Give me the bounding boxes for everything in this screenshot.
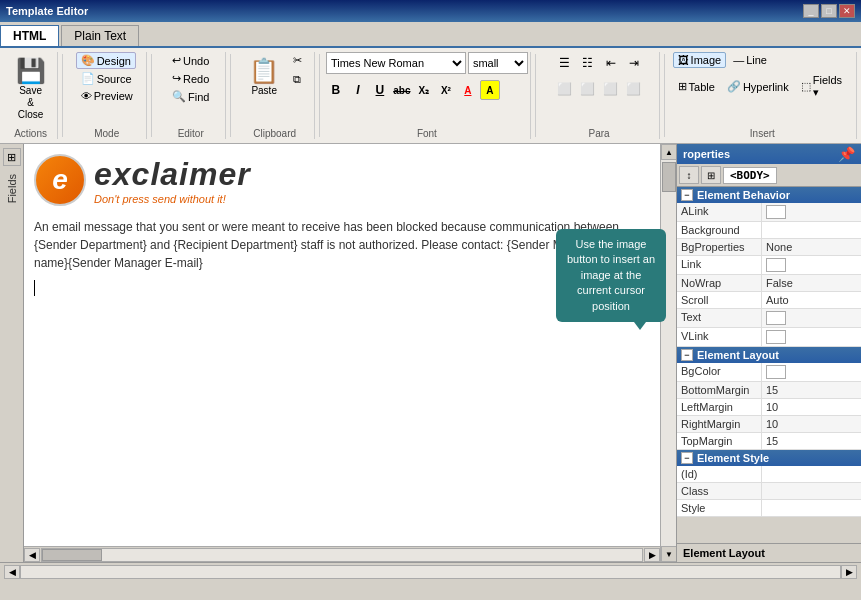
- paste-button[interactable]: 📋 Paste: [242, 52, 286, 101]
- clipboard-label: Clipboard: [253, 128, 296, 139]
- properties-pin-button[interactable]: 📌: [838, 146, 855, 162]
- undo-button[interactable]: ↩ Undo: [167, 52, 214, 69]
- fields-button[interactable]: ⬚ Fields ▾: [796, 72, 852, 101]
- title-bar-buttons: _ □ ✕: [803, 4, 855, 18]
- ribbon-group-para: ☰ ☷ ⇤ ⇥ ⬜ ⬜ ⬜ ⬜ Para: [540, 52, 660, 139]
- minimize-button[interactable]: _: [803, 4, 819, 18]
- tooltip-bubble: Use the image button to insert an image …: [556, 229, 666, 322]
- ribbon: 💾 Save &Close Actions 🎨 Design 📄 Source …: [0, 48, 861, 144]
- background-label: Background: [677, 222, 762, 238]
- align-right-button[interactable]: ⬜: [600, 78, 622, 100]
- redo-button[interactable]: ↪ Redo: [167, 70, 214, 87]
- superscript-button[interactable]: X²: [436, 80, 456, 100]
- font-color-button[interactable]: A: [458, 80, 478, 100]
- title-bar: Template Editor _ □ ✕: [0, 0, 861, 22]
- h-scroll-thumb[interactable]: [42, 549, 102, 561]
- behavior-toggle[interactable]: −: [681, 189, 693, 201]
- insert-label: Insert: [750, 128, 775, 139]
- ribbon-group-clipboard: 📋 Paste ✂ ⧉ Clipboard: [235, 52, 315, 139]
- subscript-button[interactable]: X₂: [414, 80, 434, 100]
- undo-icon: ↩: [172, 54, 181, 67]
- h-scrollbar: ◀ ▶: [24, 546, 660, 562]
- list-ordered-button[interactable]: ☷: [577, 52, 599, 74]
- scroll-right-button[interactable]: ▶: [644, 548, 660, 562]
- outdent-button[interactable]: ⇤: [600, 52, 622, 74]
- line-icon: —: [733, 54, 744, 66]
- design-button[interactable]: 🎨 Design: [76, 52, 136, 69]
- bold-button[interactable]: B: [326, 80, 346, 100]
- align-left-button[interactable]: ⬜: [554, 78, 576, 100]
- align-justify-button[interactable]: ⬜: [623, 78, 645, 100]
- editor-area[interactable]: e exclaimer Don't press send without it!…: [24, 144, 660, 546]
- image-button[interactable]: 🖼 Image: [673, 52, 727, 68]
- tab-html[interactable]: HTML: [0, 25, 59, 46]
- prop-text: Text: [677, 309, 861, 328]
- tab-plaintext[interactable]: Plain Text: [61, 25, 139, 46]
- fields-icon: ⬚: [801, 80, 811, 93]
- style-toggle[interactable]: −: [681, 452, 693, 464]
- status-bar: ◀ ▶: [0, 562, 861, 580]
- font-size-select[interactable]: small medium large: [468, 52, 528, 74]
- cut-button[interactable]: ✂: [288, 52, 307, 69]
- text-label: Text: [677, 309, 762, 327]
- preview-button[interactable]: 👁 Preview: [76, 88, 138, 104]
- fields-label: Fields: [6, 174, 18, 203]
- close-button[interactable]: ✕: [839, 4, 855, 18]
- title-bar-title: Template Editor: [6, 5, 88, 17]
- preview-icon: 👁: [81, 90, 92, 102]
- ribbon-group-editor: ↩ Undo ↪ Redo 🔍 Find Editor: [156, 52, 226, 139]
- props-btn-2[interactable]: ⊞: [701, 166, 721, 184]
- layout-toggle[interactable]: −: [681, 349, 693, 361]
- prop-alink: ALink: [677, 203, 861, 222]
- element-layout-section: − Element Layout: [677, 347, 861, 363]
- v-scroll-track[interactable]: [661, 160, 676, 546]
- hyperlink-icon: 🔗: [727, 80, 741, 93]
- source-button[interactable]: 📄 Source: [76, 70, 137, 87]
- props-toolbar: ↕ ⊞ <BODY>: [677, 164, 861, 187]
- scroll-down-button[interactable]: ▼: [661, 546, 677, 562]
- cut-icon: ✂: [293, 54, 302, 67]
- fields-toggle[interactable]: ⊞: [3, 148, 21, 166]
- props-btn-1[interactable]: ↕: [679, 166, 699, 184]
- prop-background: Background: [677, 222, 861, 239]
- table-icon: ⊞: [678, 80, 687, 93]
- behavior-label: Element Behavior: [697, 189, 790, 201]
- strikethrough-button[interactable]: abc: [392, 80, 412, 100]
- ribbon-group-mode: 🎨 Design 📄 Source 👁 Preview Mode: [67, 52, 147, 139]
- copy-button[interactable]: ⧉: [288, 71, 307, 88]
- status-scroll-left[interactable]: ◀: [4, 565, 20, 579]
- v-scroll-thumb[interactable]: [662, 162, 676, 192]
- right-panel: roperties 📌 ↕ ⊞ <BODY> − Element Behavio…: [676, 144, 861, 562]
- h-scroll-track[interactable]: [41, 548, 643, 562]
- status-scroll-track[interactable]: [20, 565, 841, 579]
- save-close-button[interactable]: 💾 Save &Close: [8, 52, 53, 126]
- body-tag: <BODY>: [723, 167, 777, 184]
- ribbon-group-font: Times New Roman Arial Verdana small medi…: [324, 52, 530, 139]
- line-button[interactable]: — Line: [728, 52, 772, 68]
- para-label: Para: [589, 128, 610, 139]
- hyperlink-button[interactable]: 🔗 Hyperlink: [722, 72, 794, 101]
- scroll-left-button[interactable]: ◀: [24, 548, 40, 562]
- logo-circle: e: [34, 154, 86, 206]
- align-center-button[interactable]: ⬜: [577, 78, 599, 100]
- highlight-button[interactable]: A: [480, 80, 500, 100]
- bottom-panel: Element Layout: [677, 543, 861, 562]
- scroll-up-button[interactable]: ▲: [661, 144, 677, 160]
- status-scroll-right[interactable]: ▶: [841, 565, 857, 579]
- editor-label: Editor: [178, 128, 204, 139]
- maximize-button[interactable]: □: [821, 4, 837, 18]
- font-family-select[interactable]: Times New Roman Arial Verdana: [326, 52, 466, 74]
- actions-label: Actions: [14, 128, 47, 139]
- logo-tagline: Don't press send without it!: [94, 193, 251, 205]
- italic-button[interactable]: I: [348, 80, 368, 100]
- prop-leftmargin: LeftMargin 10: [677, 399, 861, 416]
- image-icon: 🖼: [678, 54, 689, 66]
- find-button[interactable]: 🔍 Find: [167, 88, 214, 105]
- underline-button[interactable]: U: [370, 80, 390, 100]
- list-unordered-button[interactable]: ☰: [554, 52, 576, 74]
- save-icon: 💾: [16, 57, 46, 85]
- table-button[interactable]: ⊞ Table: [673, 72, 720, 101]
- design-icon: 🎨: [81, 54, 95, 67]
- indent-button[interactable]: ⇥: [623, 52, 645, 74]
- layout-label: Element Layout: [697, 349, 779, 361]
